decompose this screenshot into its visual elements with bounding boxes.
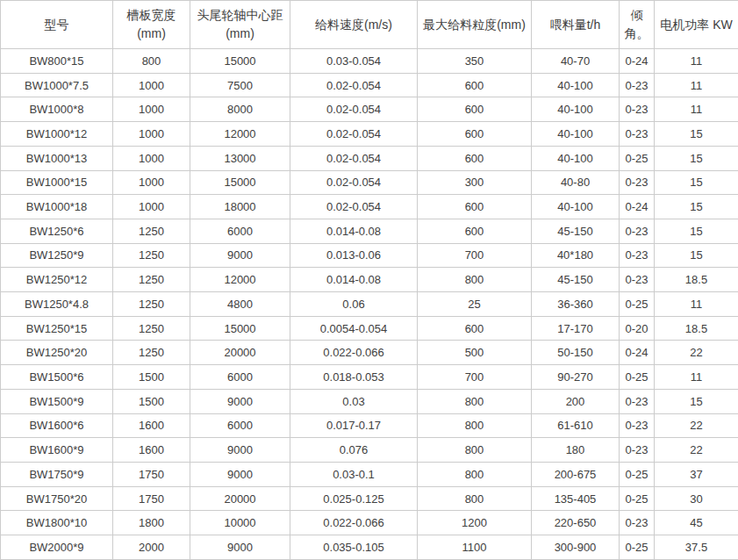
table-cell: 0-23	[620, 219, 655, 243]
table-cell: BW800*15	[1, 49, 113, 74]
table-cell: 11	[655, 292, 738, 317]
table-cell: 22	[655, 438, 738, 463]
table-cell: 800	[418, 486, 532, 511]
table-cell: 1250	[113, 292, 190, 317]
table-cell: 0-23	[620, 438, 655, 463]
table-cell: BW1000*12	[1, 122, 113, 147]
table-cell: 11	[655, 49, 738, 74]
table-cell: 0.03-0.054	[290, 49, 418, 74]
table-cell: 40-100	[532, 195, 620, 219]
table-cell: BW1000*8	[1, 97, 113, 122]
table-cell: 0-20	[620, 316, 655, 341]
table-cell: 40-100	[532, 97, 620, 122]
table-cell: 0-23	[620, 170, 655, 195]
table-row: BW1250*9125090000.013-0.0670040*1800-231…	[1, 243, 738, 268]
table-cell: 10000	[190, 511, 290, 535]
table-cell: 0-23	[620, 511, 655, 535]
table-cell: BW1000*15	[1, 170, 113, 195]
table-cell: 600	[418, 122, 532, 147]
table-cell: 37	[655, 462, 738, 486]
table-cell: BW2000*9	[1, 535, 113, 560]
table-cell: 0.03	[290, 389, 418, 413]
table-cell: 1250	[113, 316, 190, 341]
table-cell: 0.035-0.105	[290, 535, 418, 560]
table-cell: 200	[532, 389, 620, 413]
table-cell: 9000	[190, 462, 290, 486]
table-row: BW1600*6160060000.017-0.1780061-6100-232…	[1, 413, 738, 438]
table-cell: 11	[655, 73, 738, 97]
column-header: 电机功率 KW	[655, 1, 738, 49]
table-cell: BW1000*13	[1, 146, 113, 170]
table-cell: 0-25	[620, 486, 655, 511]
table-cell: 1100	[418, 535, 532, 560]
table-cell: 800	[113, 49, 190, 74]
table-cell: 0.06	[290, 292, 418, 317]
table-cell: 18000	[190, 195, 290, 219]
table-cell: 15	[655, 122, 738, 147]
table-cell: BW1500*6	[1, 365, 113, 390]
table-cell: 0-23	[620, 389, 655, 413]
table-cell: 13000	[190, 146, 290, 170]
table-cell: 1750	[113, 462, 190, 486]
table-cell: 17-170	[532, 316, 620, 341]
table-cell: BW1000*7.5	[1, 73, 113, 97]
table-cell: 0.02-0.054	[290, 170, 418, 195]
column-header: 头尾轮轴中心距(mm)	[190, 1, 290, 49]
header-row: 型号槽板宽度(mm)头尾轮轴中心距(mm)给料速度(m/s)最大给料粒度(mm)…	[1, 1, 738, 49]
table-row: BW1800*101800100000.022-0.0661200220-650…	[1, 511, 738, 535]
table-cell: BW1250*9	[1, 243, 113, 268]
table-cell: 1500	[113, 389, 190, 413]
table-cell: 6000	[190, 219, 290, 243]
table-cell: 40-100	[532, 122, 620, 147]
table-cell: 0-23	[620, 413, 655, 438]
table-cell: 18.5	[655, 316, 738, 341]
table-row: BW1600*9160090000.0768001800-2322	[1, 438, 738, 463]
table-cell: 0.076	[290, 438, 418, 463]
table-cell: 11	[655, 365, 738, 390]
table-cell: BW1250*20	[1, 341, 113, 365]
table-cell: 0.017-0.17	[290, 413, 418, 438]
table-cell: 0.03-0.1	[290, 462, 418, 486]
table-cell: 15	[655, 146, 738, 170]
table-cell: 0-24	[620, 49, 655, 74]
table-row: BW1250*6125060000.014-0.0860045-1500-231…	[1, 219, 738, 243]
table-cell: 1000	[113, 195, 190, 219]
table-cell: 600	[418, 195, 532, 219]
table-cell: 0.022-0.066	[290, 341, 418, 365]
table-cell: 0-25	[620, 146, 655, 170]
table-row: BW1000*7.5100075000.02-0.05460040-1000-2…	[1, 73, 738, 97]
table-cell: 45-150	[532, 219, 620, 243]
table-cell: 200-675	[532, 462, 620, 486]
table-cell: 0.025-0.125	[290, 486, 418, 511]
table-cell: 40-70	[532, 49, 620, 74]
table-cell: 15000	[190, 170, 290, 195]
table-row: BW1000*131000130000.02-0.05460040-1000-2…	[1, 146, 738, 170]
table-cell: BW1600*6	[1, 413, 113, 438]
table-cell: 0.013-0.06	[290, 243, 418, 268]
table-cell: 1250	[113, 219, 190, 243]
column-header: 槽板宽度(mm)	[113, 1, 190, 49]
column-header: 型号	[1, 1, 113, 49]
table-cell: 220-650	[532, 511, 620, 535]
table-cell: 15	[655, 195, 738, 219]
table-row: BW1000*8100080000.02-0.05460040-1000-231…	[1, 97, 738, 122]
table-cell: 0.02-0.054	[290, 146, 418, 170]
table-cell: 1000	[113, 73, 190, 97]
column-header: 倾角。	[620, 1, 655, 49]
table-cell: 0.018-0.053	[290, 365, 418, 390]
table-cell: 700	[418, 365, 532, 390]
column-header: 给料速度(m/s)	[290, 1, 418, 49]
table-cell: 18.5	[655, 268, 738, 292]
table-cell: 61-610	[532, 413, 620, 438]
table-cell: 0.02-0.054	[290, 195, 418, 219]
table-cell: 9000	[190, 438, 290, 463]
table-cell: 40-80	[532, 170, 620, 195]
table-cell: 40-100	[532, 73, 620, 97]
table-cell: 15	[655, 389, 738, 413]
table-cell: 0.02-0.054	[290, 73, 418, 97]
table-cell: 180	[532, 438, 620, 463]
table-cell: 1000	[113, 122, 190, 147]
table-cell: 12000	[190, 122, 290, 147]
table-cell: 135-405	[532, 486, 620, 511]
table-cell: 800	[418, 438, 532, 463]
